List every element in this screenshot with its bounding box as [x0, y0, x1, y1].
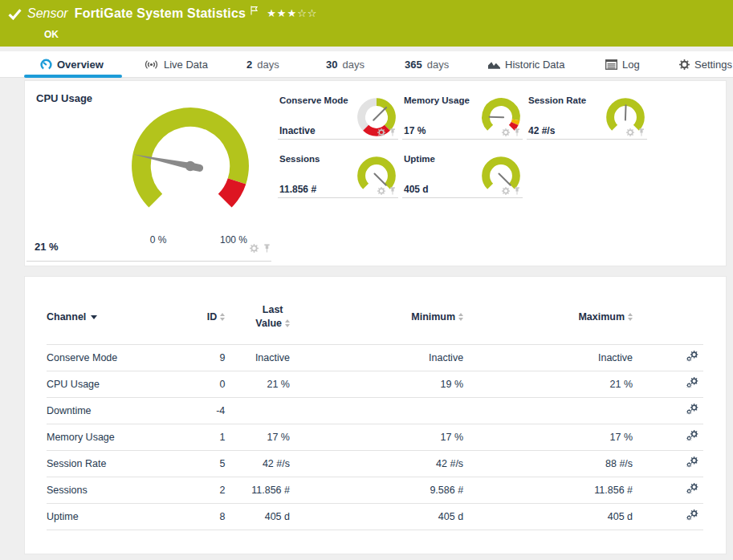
channel-maximum: Inactive [463, 344, 633, 371]
channel-settings-icon[interactable] [686, 377, 698, 388]
page-title: FortiGate System Statistics [75, 6, 246, 21]
gauge-title: Sessions [279, 154, 320, 164]
tab-live-data[interactable]: Live Data [144, 51, 208, 78]
divider [26, 261, 271, 262]
status-check-icon [8, 8, 22, 20]
status-badge: OK [44, 29, 59, 40]
sort-icon [628, 313, 633, 321]
channel-minimum: 42 #/s [290, 450, 463, 477]
gauge-min-label: 0 % [142, 234, 174, 246]
channel-id: 9 [192, 344, 225, 371]
channel-name[interactable]: Sessions [47, 477, 192, 503]
table-row: Uptime 8 405 d 405 d 405 d [47, 503, 703, 530]
column-header-minimum[interactable]: Minimum [290, 277, 463, 344]
gauge-title: Uptime [404, 154, 435, 164]
channel-maximum: 11.856 # [463, 477, 633, 503]
sort-caret-icon [91, 315, 97, 319]
column-header-channel[interactable]: Channel [47, 277, 192, 344]
channel-name[interactable]: CPU Usage [47, 371, 192, 397]
table-row: Downtime -4 [47, 397, 703, 424]
channel-maximum: 21 % [463, 371, 633, 397]
gauge-needle [373, 108, 386, 120]
gear-icon[interactable] [502, 128, 510, 136]
live-data-icon [144, 59, 159, 71]
channel-last-value [225, 397, 290, 424]
pin-icon[interactable] [637, 128, 645, 136]
pin-icon[interactable] [513, 128, 521, 136]
column-label: Value [255, 318, 282, 329]
channel-id: 1 [192, 424, 225, 450]
channel-maximum: 17 % [463, 424, 633, 450]
channel-settings-icon[interactable] [686, 509, 698, 521]
gear-icon[interactable] [250, 244, 259, 253]
column-header-id[interactable]: ID [192, 277, 225, 344]
log-icon [605, 59, 617, 71]
tab-365-days[interactable]: 365 days [405, 51, 449, 78]
table-row: Conserve Mode 9 Inactive Inactive Inacti… [47, 344, 703, 371]
channel-last-value: 11.856 # [225, 477, 290, 503]
table-row: Session Rate 5 42 #/s 42 #/s 88 #/s [47, 450, 703, 477]
pin-icon[interactable] [389, 128, 397, 136]
channel-name[interactable]: Session Rate [47, 450, 192, 477]
pin-icon[interactable] [263, 244, 271, 253]
channel-minimum [290, 397, 463, 424]
gear-icon[interactable] [377, 128, 385, 136]
channel-last-value: 405 d [225, 503, 290, 530]
tab-label: Overview [57, 59, 104, 71]
gear-icon[interactable] [626, 128, 634, 136]
tab-label: Historic Data [505, 59, 564, 71]
channel-name[interactable]: Uptime [47, 503, 192, 530]
gauge-title: Memory Usage [404, 95, 470, 105]
column-header-maximum[interactable]: Maximum [463, 277, 633, 344]
gauge-value: 42 #/s [528, 125, 555, 136]
gauge-max-label: 100 % [214, 234, 254, 246]
tab-label-number: 2 [246, 59, 252, 71]
sort-icon [458, 313, 463, 321]
channel-settings-icon[interactable] [686, 430, 698, 441]
table-row: Memory Usage 1 17 % 17 % 17 % [47, 424, 703, 450]
channel-settings-icon[interactable] [686, 457, 698, 468]
tab-log[interactable]: Log [605, 51, 640, 78]
gear-icon[interactable] [502, 187, 510, 195]
gauge-cell-uptime: Uptime 405 d [402, 152, 523, 198]
column-label: Last [263, 304, 283, 315]
tab-30-days[interactable]: 30 days [326, 51, 364, 78]
channel-settings-icon[interactable] [686, 483, 698, 494]
channel-last-value: 21 % [225, 371, 290, 397]
gear-icon [679, 59, 690, 71]
tab-label-number: 30 [326, 59, 337, 71]
channel-minimum: Inactive [290, 344, 463, 371]
column-label: Minimum [411, 311, 455, 323]
gear-icon[interactable] [377, 187, 385, 195]
tab-2-days[interactable]: 2 days [246, 51, 279, 78]
pin-icon[interactable] [389, 187, 397, 195]
pin-icon[interactable] [513, 187, 521, 195]
gauge-value: Inactive [279, 125, 316, 136]
channel-name[interactable]: Conserve Mode [47, 344, 192, 371]
column-label: Maximum [578, 311, 625, 323]
channels-table: Channel ID Last Value Minimum Maximum [47, 277, 703, 530]
gauge-title: Conserve Mode [279, 95, 348, 105]
tab-settings[interactable]: Settings [679, 51, 732, 78]
channel-maximum [463, 397, 633, 424]
sensor-type-label: Sensor [27, 6, 68, 21]
tab-label-number: 365 [405, 59, 422, 71]
active-tab-indicator [24, 75, 122, 78]
gauge-title: Session Rate [528, 95, 586, 105]
channel-id: 2 [192, 477, 225, 503]
channel-last-value: 17 % [225, 424, 290, 450]
flag-icon[interactable] [250, 6, 259, 15]
gauge-value-cpu: 21 % [35, 241, 59, 253]
tab-historic-data[interactable]: Historic Data [488, 51, 564, 78]
channel-name[interactable]: Memory Usage [47, 424, 192, 450]
column-header-last-value[interactable]: Last Value [225, 277, 290, 344]
channel-settings-icon[interactable] [686, 404, 698, 415]
sort-icon [285, 319, 290, 327]
channel-settings-icon[interactable] [686, 351, 698, 362]
channel-name[interactable]: Downtime [47, 397, 192, 424]
gauge-cell-memory-usage: Memory Usage 17 % [402, 93, 523, 140]
channel-id: -4 [192, 397, 225, 424]
priority-stars[interactable]: ★★★☆☆ [267, 7, 317, 19]
gauge-needle [374, 173, 385, 185]
sensor-header: Sensor FortiGate System Statistics ★★★☆☆… [0, 0, 733, 47]
